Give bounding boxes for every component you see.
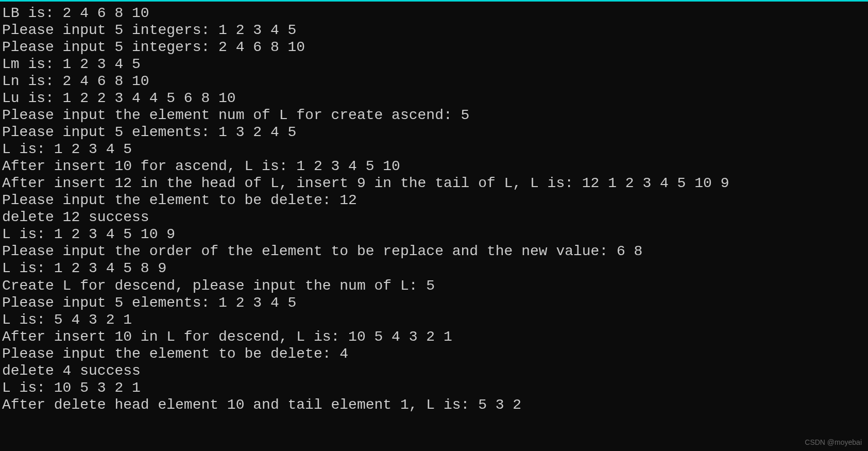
watermark-text: CSDN @moyebai (805, 438, 862, 447)
terminal-line: Please input the element num of L for cr… (2, 107, 868, 124)
terminal-line: After insert 12 in the head of L, insert… (2, 175, 868, 192)
terminal-line: Please input 5 integers: 1 2 3 4 5 (2, 22, 868, 39)
terminal-line: After insert 10 in L for descend, L is: … (2, 328, 868, 345)
terminal-line: delete 4 success (2, 362, 868, 379)
terminal-line: Lu is: 1 2 2 3 4 4 5 6 8 10 (2, 90, 868, 107)
terminal-line: Ln is: 2 4 6 8 10 (2, 73, 868, 90)
terminal-line: Please input the order of the element to… (2, 243, 868, 260)
terminal-line: Please input 5 integers: 2 4 6 8 10 (2, 39, 868, 56)
terminal-line: Please input the element to be delete: 1… (2, 192, 868, 209)
terminal-line: LB is: 2 4 6 8 10 (2, 5, 868, 22)
terminal-line: delete 12 success (2, 209, 868, 226)
terminal-line: After delete head element 10 and tail el… (2, 396, 868, 413)
terminal-line: L is: 5 4 3 2 1 (2, 311, 868, 328)
terminal-line: Lm is: 1 2 3 4 5 (2, 56, 868, 73)
terminal-line: L is: 1 2 3 4 5 (2, 141, 868, 158)
terminal-line: After insert 10 for ascend, L is: 1 2 3 … (2, 158, 868, 175)
terminal-line: L is: 1 2 3 4 5 10 9 (2, 226, 868, 243)
terminal-line: L is: 10 5 3 2 1 (2, 379, 868, 396)
terminal-line: Please input 5 elements: 1 3 2 4 5 (2, 124, 868, 141)
terminal-line: Please input 5 elements: 1 2 3 4 5 (2, 294, 868, 311)
terminal-line: L is: 1 2 3 4 5 8 9 (2, 260, 868, 277)
terminal-output: LB is: 2 4 6 8 10Please input 5 integers… (2, 5, 868, 413)
terminal-line: Create L for descend, please input the n… (2, 277, 868, 294)
terminal-line: Please input the element to be delete: 4 (2, 345, 868, 362)
